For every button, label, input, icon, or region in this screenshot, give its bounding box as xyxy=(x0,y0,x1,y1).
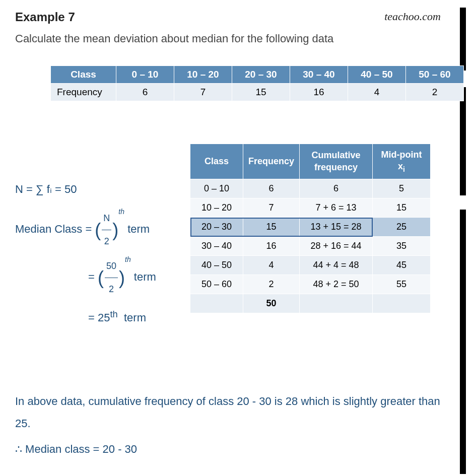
conclusion-text-2: ∴ Median class = 20 - 30 xyxy=(15,438,453,460)
row-label: Frequency xyxy=(51,84,116,101)
data-table-given: Class0 – 1010 – 2020 – 3030 – 4040 – 505… xyxy=(50,65,464,101)
table-cell: 16 xyxy=(243,237,300,256)
col-header: 0 – 10 xyxy=(116,66,174,84)
table-cell: 15 xyxy=(243,218,300,237)
median-class-sub: = (502)th term xyxy=(15,255,156,301)
divider xyxy=(460,8,466,71)
freq-cell: 16 xyxy=(290,84,348,101)
table-row: 40 – 50444 + 4 = 4845 xyxy=(190,256,431,275)
table-cell: 40 – 50 xyxy=(190,256,243,275)
cumulative-frequency-table: ClassFrequencyCumulativefrequencyMid-poi… xyxy=(190,144,431,313)
table-cell: 45 xyxy=(373,256,431,275)
table-row-median: 20 – 301513 + 15 = 2825 xyxy=(190,218,431,237)
table-cell: 44 + 4 = 48 xyxy=(300,256,373,275)
freq-cell: 4 xyxy=(348,84,406,101)
total-cell xyxy=(190,294,243,313)
table-cell: 13 + 15 = 28 xyxy=(300,218,373,237)
table-cell: 6 xyxy=(243,179,300,198)
freq-cell: 6 xyxy=(116,84,174,101)
table-row-total: 50 xyxy=(190,294,431,313)
conclusion-text-1: In above data, cumulative frequency of c… xyxy=(15,390,453,435)
table-cell: 25 xyxy=(373,218,431,237)
median-class-result: = 25th term xyxy=(15,303,156,331)
table-cell: 6 xyxy=(300,179,373,198)
table-cell: 7 xyxy=(243,198,300,218)
col-header: 40 – 50 xyxy=(348,66,406,84)
table-row: 0 – 10665 xyxy=(190,179,431,198)
col-header: Class xyxy=(51,66,116,84)
freq-cell: 15 xyxy=(232,84,290,101)
table-row: 50 – 60248 + 2 = 5055 xyxy=(190,275,431,294)
table-cell: 4 xyxy=(243,256,300,275)
question-text: Calculate the mean deviation about media… xyxy=(15,30,448,47)
col-header: 10 – 20 xyxy=(174,66,232,84)
freq-cell: 7 xyxy=(174,84,232,101)
table-cell: 35 xyxy=(373,237,431,256)
total-cell: 50 xyxy=(243,294,300,313)
freq-cell: 2 xyxy=(406,84,464,101)
divider xyxy=(460,210,466,474)
table-cell: 10 – 20 xyxy=(190,198,243,218)
col-header: Mid-pointxi xyxy=(373,144,431,179)
total-cell xyxy=(300,294,373,313)
median-class-formula: Median Class = (N2)th term xyxy=(15,207,156,253)
brand-watermark: teachoo.com xyxy=(384,10,441,23)
table-cell: 30 – 40 xyxy=(190,237,243,256)
col-header: Class xyxy=(190,144,243,179)
table-row: 30 – 401628 + 16 = 4435 xyxy=(190,237,431,256)
table-cell: 0 – 10 xyxy=(190,179,243,198)
table-cell: 7 + 6 = 13 xyxy=(300,198,373,218)
table-cell: 28 + 16 = 44 xyxy=(300,237,373,256)
table-cell: 48 + 2 = 50 xyxy=(300,275,373,294)
sum-n-line: N = ∑ fᵢ = 50 xyxy=(15,175,156,203)
solution-steps: N = ∑ fᵢ = 50 Median Class = (N2)th term… xyxy=(15,175,156,331)
table-row: 10 – 2077 + 6 = 1315 xyxy=(190,198,431,218)
col-header: Cumulativefrequency xyxy=(300,144,373,179)
total-cell xyxy=(373,294,431,313)
table-cell: 20 – 30 xyxy=(190,218,243,237)
table-cell: 2 xyxy=(243,275,300,294)
table-cell: 55 xyxy=(373,275,431,294)
table-cell: 50 – 60 xyxy=(190,275,243,294)
table-cell: 5 xyxy=(373,179,431,198)
col-header: 30 – 40 xyxy=(290,66,348,84)
col-header: 20 – 30 xyxy=(232,66,290,84)
divider xyxy=(460,87,466,195)
col-header: 50 – 60 xyxy=(406,66,464,84)
col-header: Frequency xyxy=(243,144,300,179)
table-cell: 15 xyxy=(373,198,431,218)
example-title: Example 7 xyxy=(15,10,75,24)
